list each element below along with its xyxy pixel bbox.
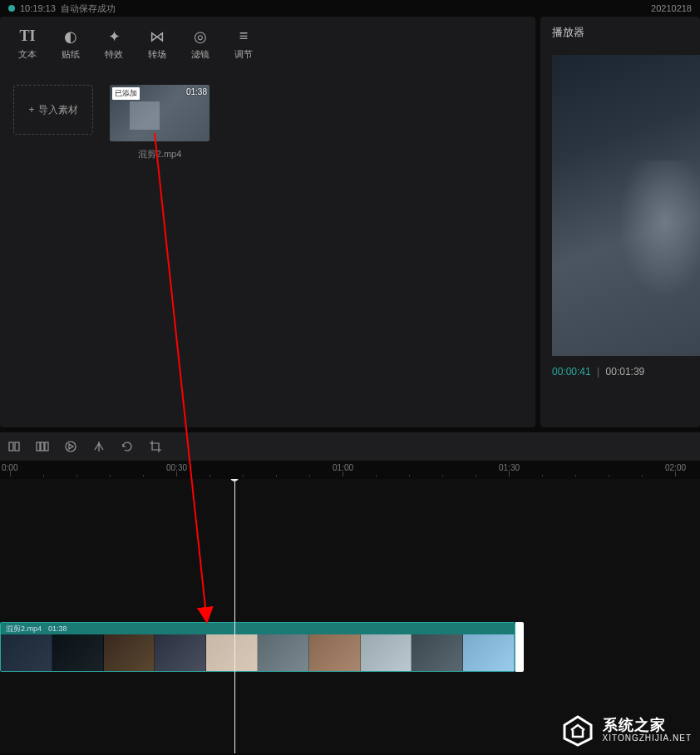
- mirror-tool-icon[interactable]: [91, 439, 106, 454]
- total-time: 00:01:39: [606, 366, 645, 378]
- player-panel: 播放器 00:00:41 | 00:01:39: [540, 17, 700, 427]
- svg-point-5: [66, 442, 76, 452]
- clip-name: 混剪2.mp4: [6, 624, 42, 634]
- tab-label: 滤镜: [191, 48, 210, 61]
- import-media-button[interactable]: + 导入素材: [13, 85, 93, 135]
- autosave-indicator-icon: [8, 5, 15, 12]
- svg-rect-2: [37, 442, 40, 451]
- effect-icon: ✦: [108, 28, 121, 45]
- media-panel: TI 文本 ◐ 贴纸 ✦ 特效 ⋈ 转场 ◎ 滤镜 ≡ 调节: [0, 17, 535, 427]
- filter-icon: ◎: [194, 28, 207, 45]
- speed-tool-icon[interactable]: [63, 439, 78, 454]
- tab-adjust[interactable]: ≡ 调节: [223, 25, 264, 63]
- svg-rect-1: [15, 442, 19, 451]
- timeline-toolbar: [0, 432, 700, 461]
- status-bar: 10:19:13 自动保存成功 20210218: [0, 0, 700, 17]
- player-timecode: 00:00:41 | 00:01:39: [540, 356, 700, 427]
- watermark-sub: XITONGZHIJIA.NET: [603, 733, 693, 743]
- transition-icon: ⋈: [150, 28, 165, 45]
- adjust-icon: ≡: [239, 28, 249, 45]
- clip-header: 混剪2.mp4 01:38: [1, 623, 515, 634]
- clip-end-marker: [515, 622, 524, 672]
- playhead-handle-icon[interactable]: [230, 479, 239, 481]
- sticker-icon: ◐: [64, 28, 77, 45]
- delete-tool-icon[interactable]: [35, 439, 50, 454]
- time-separator: |: [597, 366, 599, 378]
- tool-tabs: TI 文本 ◐ 贴纸 ✦ 特效 ⋈ 转场 ◎ 滤镜 ≡ 调节: [0, 17, 535, 72]
- media-filename: 混剪2.mp4: [138, 148, 182, 160]
- status-time: 10:19:13: [20, 3, 56, 13]
- playhead[interactable]: [234, 479, 235, 753]
- timeline-tracks[interactable]: 混剪2.mp4 01:38: [0, 479, 700, 753]
- clip-frames: [1, 634, 515, 672]
- tab-label: 转场: [148, 48, 166, 61]
- media-item[interactable]: 已添加 01:38 混剪2.mp4: [110, 85, 210, 160]
- media-duration: 01:38: [186, 87, 207, 96]
- tab-label: 文本: [18, 48, 37, 61]
- tab-text[interactable]: TI 文本: [7, 25, 48, 63]
- tab-filter[interactable]: ◎ 滤镜: [180, 25, 221, 63]
- import-label: 导入素材: [38, 103, 78, 117]
- svg-rect-3: [41, 442, 44, 451]
- watermark-logo-icon: [560, 713, 596, 747]
- tab-label: 特效: [105, 48, 123, 61]
- crop-tool-icon[interactable]: [148, 439, 163, 454]
- tab-transition[interactable]: ⋈ 转场: [136, 25, 178, 63]
- split-tool-icon[interactable]: [7, 439, 22, 454]
- media-thumbnail: 已添加 01:38: [110, 85, 210, 141]
- status-date: 20210218: [651, 3, 692, 13]
- current-time: 00:00:41: [552, 366, 591, 378]
- rotate-tool-icon[interactable]: [120, 439, 135, 454]
- video-clip[interactable]: 混剪2.mp4 01:38: [0, 622, 515, 672]
- svg-rect-4: [45, 442, 48, 451]
- timeline-ruler[interactable]: 0:00 00:30 01:00 01:30 02:00: [0, 461, 700, 479]
- tab-label: 贴纸: [62, 48, 80, 61]
- text-icon: TI: [19, 28, 35, 45]
- tab-effect[interactable]: ✦ 特效: [93, 25, 135, 63]
- status-message: 自动保存成功: [61, 2, 116, 15]
- clip-duration: 01:38: [48, 624, 67, 633]
- added-badge: 已添加: [112, 87, 140, 100]
- plus-icon: +: [28, 104, 34, 116]
- svg-rect-0: [9, 442, 13, 451]
- tab-label: 调节: [234, 48, 253, 61]
- player-viewport[interactable]: [552, 55, 700, 356]
- watermark-main: 系统之家: [603, 718, 693, 734]
- tab-sticker[interactable]: ◐ 贴纸: [50, 25, 91, 63]
- watermark: 系统之家 XITONGZHIJIA.NET: [560, 713, 693, 747]
- player-title: 播放器: [540, 17, 700, 48]
